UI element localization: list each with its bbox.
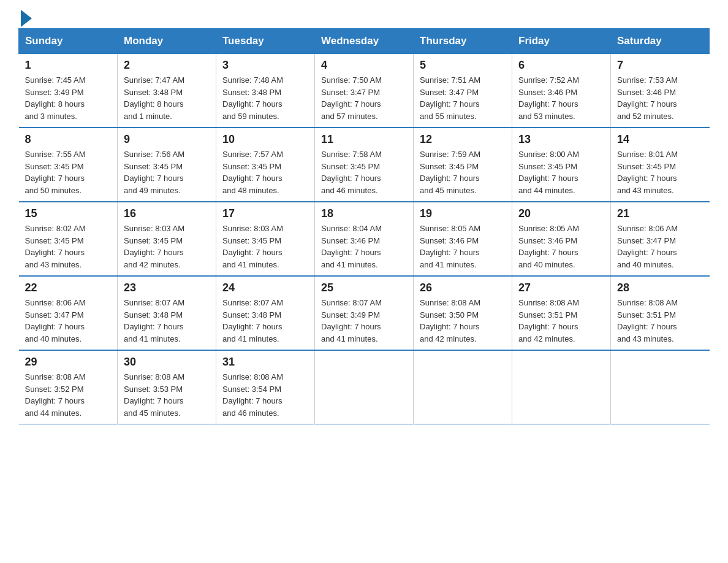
day-number: 20 — [518, 207, 604, 220]
calendar-table: SundayMondayTuesdayWednesdayThursdayFrid… — [18, 28, 710, 424]
day-number: 25 — [321, 282, 407, 294]
day-info: Sunrise: 8:07 AM Sunset: 3:49 PM Dayligh… — [321, 297, 407, 345]
calendar-cell — [512, 350, 611, 424]
header-saturday: Saturday — [611, 29, 710, 54]
calendar-cell — [315, 350, 414, 424]
calendar-cell: 29 Sunrise: 8:08 AM Sunset: 3:52 PM Dayl… — [19, 350, 118, 424]
day-info: Sunrise: 8:06 AM Sunset: 3:47 PM Dayligh… — [617, 223, 703, 270]
day-info: Sunrise: 8:08 AM Sunset: 3:54 PM Dayligh… — [222, 371, 308, 419]
day-info: Sunrise: 7:57 AM Sunset: 3:45 PM Dayligh… — [222, 148, 308, 196]
day-number: 22 — [25, 282, 112, 294]
calendar-cell: 4 Sunrise: 7:50 AM Sunset: 3:47 PM Dayli… — [315, 54, 414, 128]
calendar-cell: 15 Sunrise: 8:02 AM Sunset: 3:45 PM Dayl… — [19, 202, 118, 276]
header-thursday: Thursday — [414, 29, 512, 54]
day-info: Sunrise: 8:03 AM Sunset: 3:45 PM Dayligh… — [124, 223, 210, 270]
day-info: Sunrise: 8:00 AM Sunset: 3:45 PM Dayligh… — [518, 148, 604, 196]
calendar-cell: 25 Sunrise: 8:07 AM Sunset: 3:49 PM Dayl… — [315, 276, 414, 350]
calendar-cell: 2 Sunrise: 7:47 AM Sunset: 3:48 PM Dayli… — [118, 54, 216, 128]
day-number: 3 — [222, 59, 308, 72]
day-number: 11 — [321, 133, 407, 146]
day-number: 29 — [25, 356, 112, 369]
day-number: 8 — [25, 133, 112, 146]
calendar-cell: 23 Sunrise: 8:07 AM Sunset: 3:48 PM Dayl… — [118, 276, 216, 350]
day-info: Sunrise: 8:08 AM Sunset: 3:53 PM Dayligh… — [124, 371, 210, 419]
day-number: 17 — [222, 207, 308, 220]
day-info: Sunrise: 8:02 AM Sunset: 3:45 PM Dayligh… — [25, 223, 112, 270]
calendar-cell: 12 Sunrise: 7:59 AM Sunset: 3:45 PM Dayl… — [414, 128, 512, 202]
day-info: Sunrise: 7:50 AM Sunset: 3:47 PM Dayligh… — [321, 74, 407, 122]
day-number: 15 — [25, 207, 112, 220]
page-header — [18, 12, 710, 22]
day-number: 1 — [25, 59, 112, 72]
day-number: 14 — [617, 133, 703, 146]
day-number: 24 — [222, 282, 308, 294]
header-monday: Monday — [118, 29, 216, 54]
day-number: 13 — [518, 133, 604, 146]
calendar-cell: 24 Sunrise: 8:07 AM Sunset: 3:48 PM Dayl… — [216, 276, 315, 350]
header-tuesday: Tuesday — [216, 29, 315, 54]
day-info: Sunrise: 8:03 AM Sunset: 3:45 PM Dayligh… — [222, 223, 308, 270]
calendar-cell: 7 Sunrise: 7:53 AM Sunset: 3:46 PM Dayli… — [611, 54, 710, 128]
day-number: 30 — [124, 356, 210, 369]
calendar-cell: 21 Sunrise: 8:06 AM Sunset: 3:47 PM Dayl… — [611, 202, 710, 276]
week-row-3: 15 Sunrise: 8:02 AM Sunset: 3:45 PM Dayl… — [19, 202, 710, 276]
calendar-cell: 5 Sunrise: 7:51 AM Sunset: 3:47 PM Dayli… — [414, 54, 512, 128]
calendar-cell: 13 Sunrise: 8:00 AM Sunset: 3:45 PM Dayl… — [512, 128, 611, 202]
day-number: 23 — [124, 282, 210, 294]
calendar-cell: 14 Sunrise: 8:01 AM Sunset: 3:45 PM Dayl… — [611, 128, 710, 202]
calendar-cell: 26 Sunrise: 8:08 AM Sunset: 3:50 PM Dayl… — [414, 276, 512, 350]
day-info: Sunrise: 8:04 AM Sunset: 3:46 PM Dayligh… — [321, 223, 407, 270]
day-number: 5 — [420, 59, 506, 72]
day-number: 21 — [617, 207, 703, 220]
day-info: Sunrise: 8:05 AM Sunset: 3:46 PM Dayligh… — [420, 223, 506, 270]
day-number: 31 — [222, 356, 308, 369]
header-sunday: Sunday — [19, 29, 118, 54]
day-info: Sunrise: 7:53 AM Sunset: 3:46 PM Dayligh… — [617, 74, 703, 122]
calendar-cell: 16 Sunrise: 8:03 AM Sunset: 3:45 PM Dayl… — [118, 202, 216, 276]
calendar-cell: 9 Sunrise: 7:56 AM Sunset: 3:45 PM Dayli… — [118, 128, 216, 202]
calendar-cell: 1 Sunrise: 7:45 AM Sunset: 3:49 PM Dayli… — [19, 54, 118, 128]
day-number: 19 — [420, 207, 506, 220]
day-number: 7 — [617, 59, 703, 72]
day-number: 12 — [420, 133, 506, 146]
calendar-cell: 18 Sunrise: 8:04 AM Sunset: 3:46 PM Dayl… — [315, 202, 414, 276]
calendar-cell: 11 Sunrise: 7:58 AM Sunset: 3:45 PM Dayl… — [315, 128, 414, 202]
calendar-cell: 19 Sunrise: 8:05 AM Sunset: 3:46 PM Dayl… — [414, 202, 512, 276]
day-number: 2 — [124, 59, 210, 72]
calendar-cell: 17 Sunrise: 8:03 AM Sunset: 3:45 PM Dayl… — [216, 202, 315, 276]
calendar-cell: 31 Sunrise: 8:08 AM Sunset: 3:54 PM Dayl… — [216, 350, 315, 424]
day-info: Sunrise: 7:47 AM Sunset: 3:48 PM Dayligh… — [124, 74, 210, 122]
calendar-cell: 8 Sunrise: 7:55 AM Sunset: 3:45 PM Dayli… — [19, 128, 118, 202]
day-info: Sunrise: 7:58 AM Sunset: 3:45 PM Dayligh… — [321, 148, 407, 196]
day-info: Sunrise: 7:59 AM Sunset: 3:45 PM Dayligh… — [420, 148, 506, 196]
day-info: Sunrise: 8:01 AM Sunset: 3:45 PM Dayligh… — [617, 148, 703, 196]
week-row-1: 1 Sunrise: 7:45 AM Sunset: 3:49 PM Dayli… — [19, 54, 710, 128]
calendar-cell: 20 Sunrise: 8:05 AM Sunset: 3:46 PM Dayl… — [512, 202, 611, 276]
week-row-5: 29 Sunrise: 8:08 AM Sunset: 3:52 PM Dayl… — [19, 350, 710, 424]
day-number: 10 — [222, 133, 308, 146]
day-info: Sunrise: 8:08 AM Sunset: 3:51 PM Dayligh… — [518, 297, 604, 345]
day-info: Sunrise: 7:52 AM Sunset: 3:46 PM Dayligh… — [518, 74, 604, 122]
day-info: Sunrise: 7:48 AM Sunset: 3:48 PM Dayligh… — [222, 74, 308, 122]
day-number: 27 — [518, 282, 604, 294]
day-number: 4 — [321, 59, 407, 72]
calendar-cell: 3 Sunrise: 7:48 AM Sunset: 3:48 PM Dayli… — [216, 54, 315, 128]
day-info: Sunrise: 8:08 AM Sunset: 3:51 PM Dayligh… — [617, 297, 703, 345]
week-row-2: 8 Sunrise: 7:55 AM Sunset: 3:45 PM Dayli… — [19, 128, 710, 202]
day-number: 18 — [321, 207, 407, 220]
day-number: 16 — [124, 207, 210, 220]
calendar-cell: 6 Sunrise: 7:52 AM Sunset: 3:46 PM Dayli… — [512, 54, 611, 128]
calendar-cell — [414, 350, 512, 424]
calendar-cell: 30 Sunrise: 8:08 AM Sunset: 3:53 PM Dayl… — [118, 350, 216, 424]
day-number: 28 — [617, 282, 703, 294]
calendar-cell — [611, 350, 710, 424]
day-info: Sunrise: 7:45 AM Sunset: 3:49 PM Dayligh… — [25, 74, 112, 122]
day-number: 26 — [420, 282, 506, 294]
calendar-cell: 28 Sunrise: 8:08 AM Sunset: 3:51 PM Dayl… — [611, 276, 710, 350]
day-info: Sunrise: 7:51 AM Sunset: 3:47 PM Dayligh… — [420, 74, 506, 122]
calendar-header-row: SundayMondayTuesdayWednesdayThursdayFrid… — [19, 29, 710, 54]
header-wednesday: Wednesday — [315, 29, 414, 54]
calendar-cell: 27 Sunrise: 8:08 AM Sunset: 3:51 PM Dayl… — [512, 276, 611, 350]
day-info: Sunrise: 8:05 AM Sunset: 3:46 PM Dayligh… — [518, 223, 604, 270]
day-info: Sunrise: 8:08 AM Sunset: 3:52 PM Dayligh… — [25, 371, 112, 419]
